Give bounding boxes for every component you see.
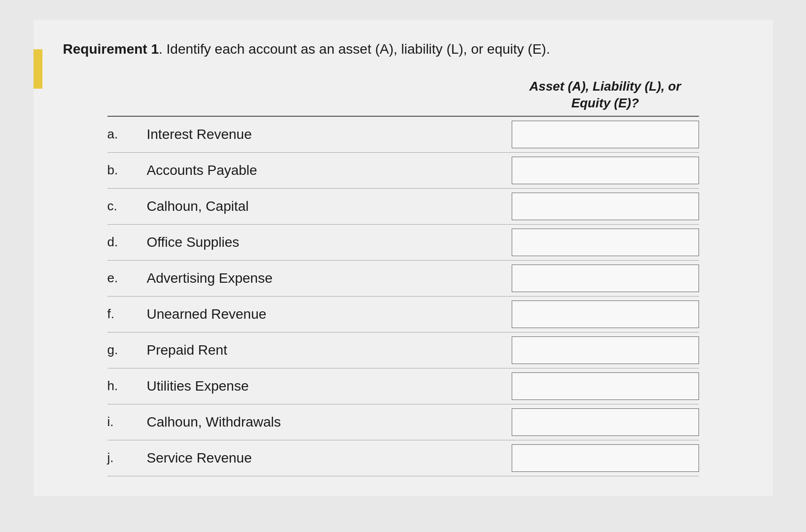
answer-input-c[interactable] — [512, 193, 699, 220]
answer-input-e[interactable] — [512, 265, 699, 292]
row-answer-g — [512, 332, 699, 368]
row-letter-h: h. — [107, 373, 147, 399]
table-row: f. Unearned Revenue — [107, 297, 699, 332]
answer-input-b[interactable] — [512, 157, 699, 184]
row-letter-a: a. — [107, 122, 147, 147]
row-answer-b — [512, 153, 699, 188]
row-answer-a — [512, 117, 699, 152]
row-account-j: Service Revenue — [147, 445, 512, 471]
answer-input-d[interactable] — [512, 229, 699, 256]
row-answer-f — [512, 297, 699, 332]
table-row: g. Prepaid Rent — [107, 332, 699, 368]
answer-input-f[interactable] — [512, 300, 699, 328]
row-letter-e: e. — [107, 266, 147, 291]
table-row: j. Service Revenue — [107, 440, 699, 476]
row-answer-e — [512, 261, 699, 296]
row-letter-c: c. — [107, 194, 147, 219]
col-answer-header: Asset (A), Liability (L), or Equity (E)? — [512, 78, 699, 116]
answer-input-a[interactable] — [512, 121, 699, 148]
row-answer-c — [512, 189, 699, 224]
answer-input-h[interactable] — [512, 372, 699, 400]
yellow-tab — [34, 49, 42, 89]
answer-input-j[interactable] — [512, 444, 699, 472]
table-row: d. Office Supplies — [107, 225, 699, 261]
row-answer-d — [512, 225, 699, 260]
row-letter-d: d. — [107, 230, 147, 255]
row-account-c: Calhoun, Capital — [147, 194, 512, 219]
table-row: e. Advertising Expense — [107, 261, 699, 297]
table-header-row: Asset (A), Liability (L), or Equity (E)? — [107, 78, 699, 116]
row-account-d: Office Supplies — [147, 230, 512, 255]
row-account-g: Prepaid Rent — [147, 337, 512, 363]
table-row: i. Calhoun, Withdrawals — [107, 404, 699, 440]
row-account-i: Calhoun, Withdrawals — [147, 409, 512, 435]
row-answer-j — [512, 440, 699, 476]
row-letter-f: f. — [107, 301, 147, 327]
row-account-f: Unearned Revenue — [147, 301, 512, 327]
table-row: a. Interest Revenue — [107, 117, 699, 153]
row-account-b: Accounts Payable — [147, 158, 512, 183]
table-row: h. Utilities Expense — [107, 368, 699, 404]
row-account-a: Interest Revenue — [147, 122, 512, 147]
row-letter-i: i. — [107, 409, 147, 434]
table-row: c. Calhoun, Capital — [107, 189, 699, 225]
row-account-h: Utilities Expense — [147, 373, 512, 399]
row-account-e: Advertising Expense — [147, 266, 512, 291]
column-header: Asset (A), Liability (L), or Equity (E)? — [512, 78, 699, 116]
table-container: Asset (A), Liability (L), or Equity (E)?… — [107, 78, 699, 476]
page-container: Requirement 1. Identify each account as … — [34, 20, 773, 496]
answer-input-i[interactable] — [512, 408, 699, 436]
row-letter-b: b. — [107, 158, 147, 183]
answer-input-g[interactable] — [512, 336, 699, 364]
row-answer-i — [512, 404, 699, 440]
row-letter-g: g. — [107, 337, 147, 363]
table-row: b. Accounts Payable — [107, 153, 699, 189]
row-letter-j: j. — [107, 445, 147, 470]
requirement-heading: Requirement 1. Identify each account as … — [63, 39, 743, 59]
row-answer-h — [512, 368, 699, 404]
